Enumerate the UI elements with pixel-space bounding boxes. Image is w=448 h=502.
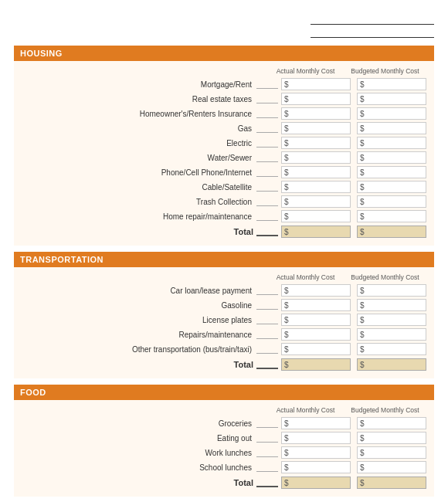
budgeted-cost-cell[interactable]: $	[357, 328, 426, 341]
budgeted-cost-cell[interactable]: $	[357, 314, 426, 326]
expense-label: Groceries	[22, 419, 256, 428]
expense-line	[256, 463, 278, 472]
expense-line	[256, 94, 278, 103]
expense-label: Work lunches	[22, 449, 256, 457]
expense-line	[256, 300, 278, 310]
expense-row: License plates$$	[22, 314, 426, 326]
name-line	[311, 15, 434, 25]
expense-line	[256, 344, 278, 354]
expense-line	[256, 80, 278, 89]
total-label: Total	[234, 360, 256, 369]
budgeted-cost-cell[interactable]: $	[357, 137, 426, 149]
actual-cost-cell[interactable]: $	[281, 446, 351, 459]
actual-cost-cell[interactable]: $	[281, 343, 351, 355]
total-budgeted-cell[interactable]: $	[357, 477, 426, 489]
actual-cost-cell[interactable]: $	[281, 181, 351, 193]
expense-line	[256, 153, 278, 162]
budgeted-cost-cell[interactable]: $	[357, 461, 426, 473]
expense-line	[256, 419, 278, 428]
budgeted-cost-cell[interactable]: $	[357, 107, 426, 120]
expense-label: Electric	[22, 139, 256, 148]
actual-cost-cell[interactable]: $	[281, 210, 351, 222]
expense-row: Eating out$$	[22, 432, 426, 444]
actual-cost-cell[interactable]: $	[281, 299, 351, 311]
budgeted-cost-cell[interactable]: $	[357, 151, 426, 164]
page: HOUSINGActual Monthly CostBudgeted Month…	[0, 0, 448, 502]
expense-row: Electric$$	[22, 137, 426, 149]
total-actual-cell[interactable]: $	[281, 358, 351, 371]
expense-line	[256, 197, 278, 206]
expense-row: School lunches$$	[22, 461, 426, 473]
expense-line	[256, 448, 278, 457]
total-row: Total$$	[22, 226, 426, 238]
date-row	[281, 29, 434, 38]
expense-row: Homeowner's/Renters Insurance$$	[22, 107, 426, 120]
budgeted-cost-cell[interactable]: $	[357, 299, 426, 311]
actual-cost-cell[interactable]: $	[281, 107, 351, 120]
expense-label: Car loan/lease payment	[22, 287, 256, 295]
expense-label: Phone/Cell Phone/Internet	[22, 168, 256, 177]
col-header-actual: Actual Monthly Cost	[269, 67, 342, 75]
expense-row: Gasoline$$	[22, 299, 426, 311]
expense-row: Real estate taxes$$	[22, 93, 426, 105]
expense-label: Repairs/maintenance	[22, 331, 256, 339]
total-actual-cell[interactable]: $	[281, 226, 351, 238]
budgeted-cost-cell[interactable]: $	[357, 122, 426, 134]
expense-label: Home repair/maintenance	[22, 212, 256, 221]
actual-cost-cell[interactable]: $	[281, 122, 351, 134]
name-date-block	[281, 14, 434, 38]
col-header-actual: Actual Monthly Cost	[269, 273, 342, 281]
expense-label: Trash Collection	[22, 198, 256, 206]
expense-row: Cable/Satellite$$	[22, 181, 426, 193]
actual-cost-cell[interactable]: $	[281, 93, 351, 105]
date-line	[311, 29, 434, 38]
expense-row: Car loan/lease payment$$	[22, 284, 426, 297]
total-line	[256, 360, 278, 369]
total-actual-cell[interactable]: $	[281, 477, 351, 489]
section-header-food: FOOD	[14, 385, 434, 400]
expense-row: Other transportation (bus/train/taxi)$$	[22, 343, 426, 355]
budgeted-cost-cell[interactable]: $	[357, 195, 426, 208]
col-header-budgeted: Budgeted Monthly Cost	[348, 273, 422, 281]
total-label: Total	[234, 478, 256, 487]
total-budgeted-cell[interactable]: $	[357, 226, 426, 238]
budgeted-cost-cell[interactable]: $	[357, 343, 426, 355]
expense-label: Gasoline	[22, 301, 256, 310]
budgeted-cost-cell[interactable]: $	[357, 432, 426, 444]
actual-cost-cell[interactable]: $	[281, 78, 351, 90]
col-header-budgeted: Budgeted Monthly Cost	[348, 406, 422, 414]
actual-cost-cell[interactable]: $	[281, 417, 351, 429]
budgeted-cost-cell[interactable]: $	[357, 446, 426, 459]
actual-cost-cell[interactable]: $	[281, 166, 351, 178]
expense-label: School lunches	[22, 463, 256, 472]
col-headers: Actual Monthly CostBudgeted Monthly Cost	[22, 273, 426, 281]
total-row: Total$$	[22, 358, 426, 371]
expense-label: Eating out	[22, 434, 256, 443]
budgeted-cost-cell[interactable]: $	[357, 210, 426, 222]
budgeted-cost-cell[interactable]: $	[357, 78, 426, 90]
budgeted-cost-cell[interactable]: $	[357, 166, 426, 178]
expense-label: Homeowner's/Renters Insurance	[22, 110, 256, 118]
actual-cost-cell[interactable]: $	[281, 151, 351, 164]
expense-row: Work lunches$$	[22, 446, 426, 459]
col-headers: Actual Monthly CostBudgeted Monthly Cost	[22, 406, 426, 414]
actual-cost-cell[interactable]: $	[281, 461, 351, 473]
actual-cost-cell[interactable]: $	[281, 432, 351, 444]
total-budgeted-cell[interactable]: $	[357, 358, 426, 371]
sections-container: HOUSINGActual Monthly CostBudgeted Month…	[14, 46, 434, 497]
actual-cost-cell[interactable]: $	[281, 314, 351, 326]
budgeted-cost-cell[interactable]: $	[357, 181, 426, 193]
budgeted-cost-cell[interactable]: $	[357, 284, 426, 297]
total-line	[256, 478, 278, 487]
total-row: Total$$	[22, 477, 426, 489]
header	[14, 14, 434, 38]
actual-cost-cell[interactable]: $	[281, 284, 351, 297]
expense-label: Mortgage/Rent	[22, 80, 256, 89]
actual-cost-cell[interactable]: $	[281, 328, 351, 341]
expense-label: License plates	[22, 316, 256, 324]
budgeted-cost-cell[interactable]: $	[357, 417, 426, 429]
actual-cost-cell[interactable]: $	[281, 137, 351, 149]
actual-cost-cell[interactable]: $	[281, 195, 351, 208]
budgeted-cost-cell[interactable]: $	[357, 93, 426, 105]
expense-row: Phone/Cell Phone/Internet$$	[22, 166, 426, 178]
